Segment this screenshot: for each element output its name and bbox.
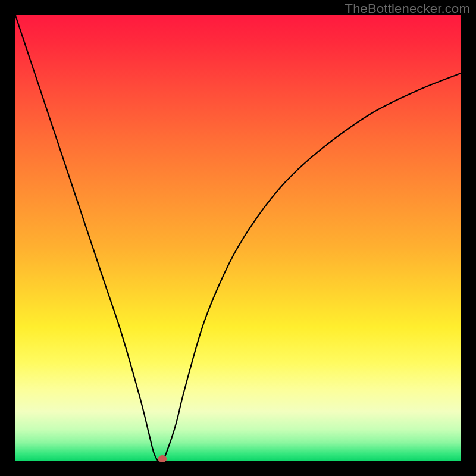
- plot-area: [15, 15, 461, 461]
- bottleneck-curve: [15, 15, 461, 462]
- chart-svg: [15, 15, 461, 461]
- attribution-label: TheBottlenecker.com: [345, 1, 470, 17]
- chart-frame: TheBottlenecker.com: [0, 0, 476, 476]
- minimum-marker: [158, 456, 167, 462]
